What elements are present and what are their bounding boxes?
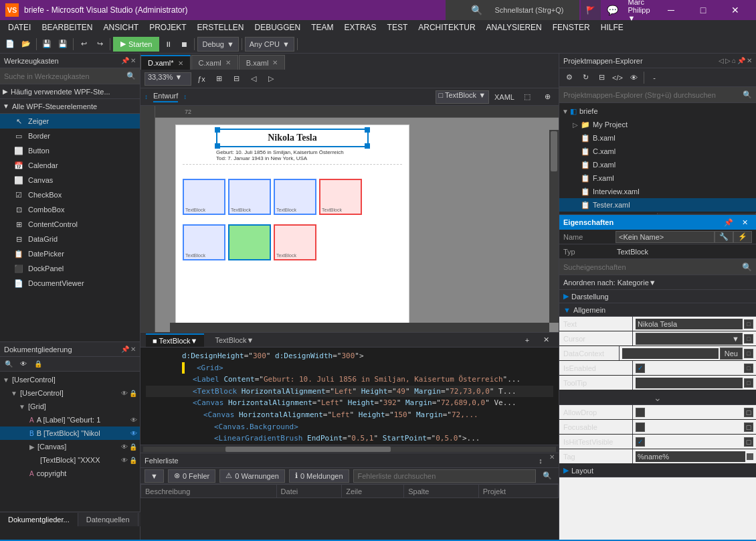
toolbox-item-border[interactable]: ▭ Border xyxy=(0,129,140,143)
close-button[interactable]: ✕ xyxy=(720,0,751,20)
save-btn[interactable]: 💾 xyxy=(39,37,54,52)
props-section-darstellung[interactable]: ▶ Darstellung xyxy=(559,290,756,303)
props-expand-btn[interactable]: ⌄ xyxy=(559,390,756,405)
menu-team[interactable]: TEAM xyxy=(306,21,339,33)
menu-datei[interactable]: DATEI xyxy=(3,21,36,33)
xaml-add-btn[interactable]: + xyxy=(520,333,535,347)
se-item-bxaml[interactable]: 📋 B.xaml xyxy=(559,131,756,145)
prop-ishittestvisible-checkbox[interactable]: ✓ xyxy=(636,437,645,447)
se-item-myproject[interactable]: ▷ 📁 My Project xyxy=(559,118,756,131)
col-projekt[interactable]: Projekt xyxy=(478,485,558,498)
formula-btn[interactable]: ƒx xyxy=(194,72,209,86)
prop-focusable-check[interactable]: □ xyxy=(744,422,753,432)
outline-item-usercontrol-root[interactable]: ▼ [UserControl] xyxy=(0,373,140,386)
maximize-button[interactable]: □ xyxy=(688,0,719,20)
menu-ansicht[interactable]: ANSICHT xyxy=(98,21,144,33)
lock-icon-uc[interactable]: 🔒 xyxy=(129,390,137,397)
toolbox-search-input[interactable] xyxy=(4,72,126,80)
menu-analysieren[interactable]: ANALYSIEREN xyxy=(481,21,547,33)
se-collapse-btn[interactable]: ⊟ xyxy=(594,70,609,85)
props-pin-btn[interactable]: 📌 xyxy=(721,215,736,230)
scroll-btn[interactable]: ◁ xyxy=(246,72,261,86)
prop-tag-input[interactable] xyxy=(636,451,745,462)
xaml-tab-member[interactable]: TextBlock ▼ xyxy=(208,333,260,347)
props-close-btn[interactable]: ✕ xyxy=(737,215,752,230)
debug-config-dropdown[interactable]: Debug ▼ xyxy=(197,37,238,52)
props-sort-row[interactable]: Anordnen nach: Kategorie ▼ xyxy=(559,275,756,290)
handle-br[interactable] xyxy=(365,143,370,149)
prop-isenabled-check[interactable]: □ xyxy=(744,364,753,373)
handle-tr[interactable] xyxy=(365,127,370,133)
prop-datacontext-input[interactable] xyxy=(622,348,719,359)
toolbox-item-contentcontrol[interactable]: ⊞ ContentControl xyxy=(0,217,140,232)
col-zeile[interactable]: Zeile xyxy=(342,485,404,498)
se-refresh-btn[interactable]: ↻ xyxy=(578,70,593,85)
eye-icon-uc[interactable]: 👁 xyxy=(121,390,128,397)
prop-allowdrop-check[interactable]: □ xyxy=(744,408,753,417)
se-item-briefe[interactable]: ▼ ◧ briefe xyxy=(559,104,756,118)
se-item-dxaml[interactable]: 📋 D.xaml xyxy=(559,158,756,171)
outline-item-canvas[interactable]: ▶ [Canvas] 👁 🔒 xyxy=(0,440,140,453)
error-filter-btn[interactable]: ▼ xyxy=(145,469,164,483)
new-project-btn[interactable]: 📄 xyxy=(3,37,17,52)
zoom-fit-btn[interactable]: ⬚ xyxy=(520,90,535,104)
grid2-btn[interactable]: ⊟ xyxy=(229,72,244,86)
tab-dxaml[interactable]: D.xaml* ✕ xyxy=(140,55,191,70)
se-nav-fwd[interactable]: ▷ xyxy=(725,57,731,64)
toolbox-item-checkbox[interactable]: ☑ CheckBox xyxy=(0,187,140,202)
prop-isenabled-checkbox[interactable]: ✓ xyxy=(636,364,645,373)
warning-count-btn[interactable]: ⚠ 0 Warnungen xyxy=(219,469,285,483)
eye-icon-textblock[interactable]: 👁 xyxy=(130,430,137,437)
scroll-thumb[interactable] xyxy=(551,131,557,171)
error-close-icon[interactable]: ✕ xyxy=(549,453,555,468)
props-lightning-btn[interactable]: ⚡ xyxy=(733,231,752,243)
col-spalte[interactable]: Spalte xyxy=(404,485,479,498)
outline-item-copyright[interactable]: A copyright xyxy=(0,467,140,480)
se-home[interactable]: ⌂ xyxy=(732,57,736,64)
minimize-button[interactable]: ─ xyxy=(656,0,686,20)
eye-icon-label[interactable]: 👁 xyxy=(130,416,137,424)
menu-debuggen[interactable]: DEBUGGEN xyxy=(250,21,306,33)
menu-bearbeiten[interactable]: BEARBEITEN xyxy=(36,21,98,33)
scrollbar-bottom[interactable] xyxy=(170,323,549,332)
toolbox-group-header-all[interactable]: ▼ Alle WPF-Steuerelemente xyxy=(0,99,140,114)
se-item-cxaml[interactable]: 📋 C.xaml xyxy=(559,145,756,158)
toolbox-item-datagrid[interactable]: ⊟ DataGrid xyxy=(0,232,140,246)
toolbox-item-datepicker[interactable]: 📋 DatePicker xyxy=(0,246,140,261)
outline-lock-btn[interactable]: 🔒 xyxy=(32,358,44,370)
color-block-green[interactable] xyxy=(228,224,271,260)
xaml-scrollbar[interactable] xyxy=(140,445,559,453)
scroll2-btn[interactable]: ▷ xyxy=(264,72,278,86)
prop-text-input[interactable] xyxy=(636,319,743,329)
start-btn[interactable]: ▶ Starten xyxy=(113,37,159,52)
handle-tl[interactable] xyxy=(215,127,220,133)
zoom-fit2-btn[interactable]: ⊕ xyxy=(540,90,555,104)
se-search-input[interactable] xyxy=(563,91,743,99)
xaml-tab-active[interactable]: ■ TextBlock ▼ xyxy=(146,333,204,347)
outline-item-textblock2[interactable]: [TextBlock] "XXXX 👁 🔒 xyxy=(0,453,140,467)
menu-erstellen[interactable]: ERSTELLEN xyxy=(192,21,250,33)
outline-visible-btn[interactable]: 👁 xyxy=(17,358,29,370)
toolbox-group-header-frequent[interactable]: ▶ Häufig verwendete WPF-Ste... xyxy=(0,84,140,99)
xaml-scroll-thumb[interactable] xyxy=(225,447,391,452)
tab-entwurf[interactable]: Entwurf xyxy=(153,92,178,102)
error-pin-btn[interactable]: ↕ xyxy=(533,453,548,468)
props-wrench-btn[interactable]: 🔧 xyxy=(715,231,733,243)
pause-btn[interactable]: ⏸ xyxy=(161,37,175,52)
quick-search[interactable]: 🔍 Schnellstart (Strg+Q) xyxy=(446,0,579,20)
se-close-icon[interactable]: ✕ xyxy=(747,57,752,64)
tab-cxaml[interactable]: C.xaml ✕ xyxy=(191,55,238,70)
menu-hilfe[interactable]: HILFE xyxy=(595,21,629,33)
tab-datenquellen[interactable]: Datenquellen xyxy=(78,513,138,526)
toolbox-item-button[interactable]: ⬜ Button xyxy=(0,143,140,158)
toolbox-item-zeiger[interactable]: ↖ Zeiger xyxy=(0,114,140,129)
menu-architektur[interactable]: ARCHITEKTUR xyxy=(413,21,480,33)
prop-datacontext-check[interactable]: □ xyxy=(744,349,753,358)
prop-allowdrop-checkbox[interactable] xyxy=(636,408,645,417)
message-count-btn[interactable]: ℹ 0 Meldungen xyxy=(289,469,349,483)
undo-btn[interactable]: ↩ xyxy=(76,37,91,52)
se-code-btn[interactable]: </> xyxy=(610,70,625,85)
outline-item-grid[interactable]: ▼ [Grid] xyxy=(0,400,140,413)
toolbox-item-canvas[interactable]: ⬜ Canvas xyxy=(0,173,140,187)
lock-icon-tb2[interactable]: 🔒 xyxy=(129,457,137,464)
